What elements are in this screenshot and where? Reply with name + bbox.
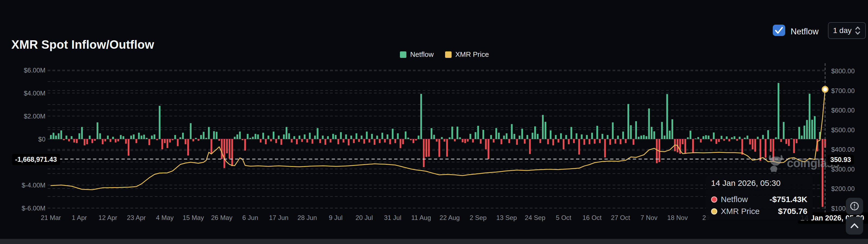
netflow-bar	[583, 139, 585, 145]
netflow-bar	[762, 135, 764, 139]
netflow-bar	[185, 139, 186, 144]
netflow-bar	[60, 130, 62, 139]
netflow-bar	[770, 139, 771, 152]
netflow-bar	[806, 120, 808, 139]
netflow-bar	[609, 139, 611, 145]
netflow-bar	[397, 133, 399, 139]
netflow-bar	[612, 122, 613, 139]
netflow-bar	[244, 139, 246, 151]
netflow-bar	[757, 137, 758, 139]
netflow-bar	[643, 135, 645, 139]
netflow-bar	[451, 127, 453, 139]
netflow-bar	[809, 94, 810, 139]
netflow-bar	[203, 132, 204, 139]
netflow-bar	[317, 128, 318, 139]
netflow-bar	[596, 126, 598, 139]
netflow-bar	[260, 139, 261, 143]
netflow-bar	[379, 139, 380, 143]
netflow-bar	[804, 125, 805, 139]
svg-text:9 Jul: 9 Jul	[329, 214, 343, 221]
netflow-bar	[376, 135, 378, 139]
netflow-bar	[457, 127, 458, 139]
netflow-bar	[226, 139, 228, 153]
netflow-bar	[213, 131, 215, 139]
netflow-bar	[102, 139, 103, 144]
netflow-bar	[760, 139, 761, 161]
netflow-bar	[511, 124, 513, 139]
netflow-bar	[604, 139, 606, 157]
svg-text:7 Nov: 7 Nov	[641, 214, 657, 221]
netflow-bar	[208, 127, 210, 139]
netflow-bar	[814, 116, 815, 139]
netflow-bar	[682, 139, 683, 144]
netflow-bar	[607, 135, 608, 139]
netflow-bar	[625, 139, 626, 143]
netflow-bar	[293, 136, 295, 139]
netflow-bar	[752, 139, 753, 149]
netflow-bar	[801, 135, 803, 139]
netflow-bar	[200, 135, 202, 139]
netflow-bar	[154, 134, 155, 139]
netflow-bar	[498, 133, 499, 139]
alert-button[interactable]	[846, 198, 863, 215]
netflow-bar	[788, 139, 789, 146]
netflow-bar	[734, 136, 735, 139]
tooltip-value: -$751.43K	[770, 195, 807, 204]
netflow-bar	[332, 134, 334, 139]
netflow-bar	[392, 129, 394, 139]
svg-text:20 Jul: 20 Jul	[355, 214, 373, 221]
netflow-bar	[361, 135, 362, 139]
netflow-bar	[53, 133, 54, 139]
netflow-bar	[353, 139, 354, 143]
netflow-bar	[656, 139, 657, 163]
netflow-bar	[736, 139, 738, 141]
netflow-bar	[796, 139, 797, 143]
netflow-bar	[366, 131, 367, 139]
netflow-bar	[501, 139, 502, 144]
scroll-top-button[interactable]	[846, 217, 863, 235]
netflow-bar	[744, 138, 746, 139]
netflow-bar	[286, 127, 287, 139]
netflow-bar	[692, 139, 694, 153]
netflow-bar	[687, 138, 689, 139]
netflow-bar	[234, 137, 236, 139]
tooltip-row-xmr-price: XMR Price $705.76	[711, 207, 807, 216]
netflow-bar	[104, 139, 106, 142]
netflow-bar	[581, 134, 583, 139]
netflow-bar	[576, 133, 578, 139]
netflow-bar	[558, 139, 559, 143]
netflow-bar	[50, 135, 52, 139]
netflow-bar	[641, 135, 642, 139]
netflow-bar	[314, 135, 316, 139]
netflow-bar	[384, 139, 385, 143]
netflow-bar	[550, 130, 551, 139]
netflow-bar	[754, 139, 756, 152]
svg-text:23 Apr: 23 Apr	[127, 214, 146, 221]
netflow-bar	[638, 137, 639, 139]
netflow-bar	[86, 139, 88, 144]
netflow-bar	[311, 139, 313, 144]
netflow-bar	[205, 138, 207, 139]
netflow-bar	[684, 139, 686, 154]
netflow-bar	[666, 94, 668, 139]
netflow-bar	[780, 139, 782, 142]
netflow-bar	[632, 139, 634, 145]
netflow-bar	[350, 135, 352, 139]
svg-text:$2.00M: $2.00M	[24, 113, 45, 120]
netflow-bar	[672, 119, 673, 139]
svg-text:$-6.00M: $-6.00M	[22, 205, 45, 212]
netflow-bar	[454, 139, 456, 142]
netflow-bar	[506, 133, 507, 139]
netflow-bar	[617, 135, 619, 139]
netflow-bar	[589, 139, 590, 144]
netflow-bar	[84, 139, 85, 145]
netflow-bar	[480, 139, 482, 144]
svg-text:$200.00: $200.00	[831, 185, 855, 192]
svg-text:$600.00: $600.00	[831, 106, 855, 114]
netflow-bar	[532, 133, 533, 139]
netflow-bar	[371, 134, 373, 139]
netflow-bar	[420, 94, 422, 139]
netflow-bar	[695, 139, 696, 139]
netflow-bar	[542, 115, 544, 139]
netflow-bar	[97, 122, 98, 139]
